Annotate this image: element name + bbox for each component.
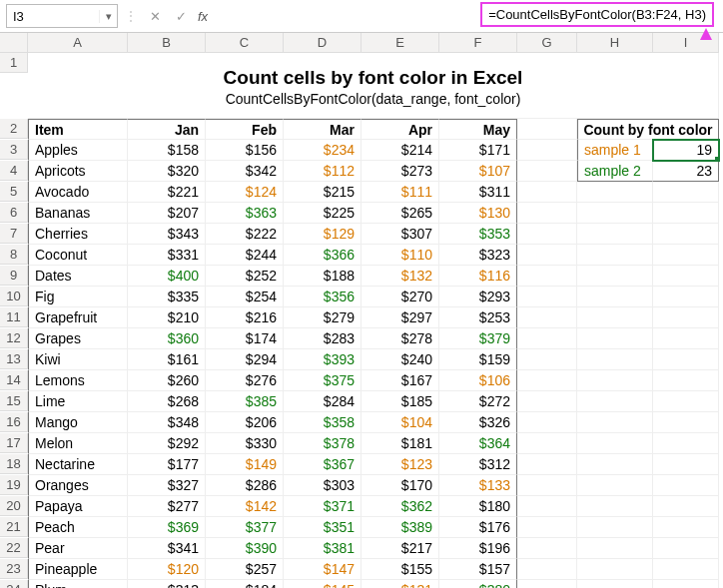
data-cell[interactable]: $181 [362, 433, 439, 454]
col-head-E[interactable]: E [362, 33, 439, 53]
data-cell[interactable]: $363 [206, 203, 284, 224]
sample-label[interactable]: sample 2 [577, 161, 653, 182]
data-cell[interactable]: $145 [284, 580, 362, 588]
cell-blank[interactable] [517, 266, 577, 287]
data-cell[interactable]: $260 [128, 370, 206, 391]
item-cell[interactable]: Lemons [28, 370, 128, 391]
data-cell[interactable]: $147 [284, 559, 362, 580]
data-cell[interactable]: $312 [439, 454, 517, 475]
data-cell[interactable]: $174 [206, 328, 284, 349]
data-cell[interactable]: $313 [128, 580, 206, 588]
data-cell[interactable]: $104 [362, 412, 439, 433]
row-head-15[interactable]: 15 [0, 391, 28, 411]
data-cell[interactable]: $206 [206, 412, 284, 433]
header-item[interactable]: Item [28, 119, 128, 140]
cell-blank[interactable] [517, 370, 577, 391]
col-head-F[interactable]: F [439, 33, 517, 53]
data-cell[interactable]: $297 [362, 307, 439, 328]
cell-blank[interactable] [517, 496, 577, 517]
cell-blank[interactable] [517, 287, 577, 307]
data-cell[interactable]: $335 [128, 287, 206, 307]
data-cell[interactable]: $156 [206, 140, 284, 161]
row-head-17[interactable]: 17 [0, 433, 28, 453]
data-cell[interactable]: $123 [362, 454, 439, 475]
cell-blank[interactable] [517, 433, 577, 454]
item-cell[interactable]: Melon [28, 433, 128, 454]
row-head-23[interactable]: 23 [0, 559, 28, 579]
item-cell[interactable]: Cherries [28, 224, 128, 245]
data-cell[interactable]: $112 [284, 161, 362, 182]
row-head-1[interactable]: 1 [0, 53, 28, 73]
cell-blank[interactable] [517, 412, 577, 433]
item-cell[interactable]: Pineapple [28, 559, 128, 580]
cell-blank[interactable] [653, 496, 719, 517]
data-cell[interactable]: $142 [206, 496, 284, 517]
data-cell[interactable]: $380 [439, 580, 517, 588]
data-cell[interactable]: $378 [284, 433, 362, 454]
item-cell[interactable]: Plum [28, 580, 128, 588]
row-head-18[interactable]: 18 [0, 454, 28, 474]
data-cell[interactable]: $210 [128, 307, 206, 328]
row-head-24[interactable]: 24 [0, 580, 28, 588]
col-head-D[interactable]: D [284, 33, 362, 53]
cell-blank[interactable] [577, 580, 653, 588]
data-cell[interactable]: $129 [284, 224, 362, 245]
count-value[interactable]: 19 [653, 140, 719, 161]
header-jan[interactable]: Jan [128, 119, 206, 140]
cell-blank[interactable] [653, 517, 719, 538]
item-cell[interactable]: Peach [28, 517, 128, 538]
cell-blank[interactable] [653, 328, 719, 349]
cell-blank[interactable] [577, 496, 653, 517]
data-cell[interactable]: $293 [439, 287, 517, 307]
data-cell[interactable]: $116 [439, 266, 517, 287]
data-cell[interactable]: $351 [284, 517, 362, 538]
item-cell[interactable]: Papaya [28, 496, 128, 517]
data-cell[interactable]: $276 [206, 370, 284, 391]
data-cell[interactable]: $284 [284, 391, 362, 412]
cell-blank[interactable] [653, 538, 719, 559]
data-cell[interactable]: $159 [439, 349, 517, 370]
row-head-11[interactable]: 11 [0, 307, 28, 327]
cell-blank[interactable] [517, 475, 577, 496]
cell-blank[interactable] [577, 307, 653, 328]
cell-blank[interactable] [517, 307, 577, 328]
col-head-H[interactable]: H [577, 33, 653, 53]
item-cell[interactable]: Apples [28, 140, 128, 161]
cell-blank[interactable] [653, 559, 719, 580]
data-cell[interactable]: $196 [439, 538, 517, 559]
data-cell[interactable]: $176 [439, 517, 517, 538]
data-cell[interactable]: $170 [362, 475, 439, 496]
cell-blank[interactable] [653, 580, 719, 588]
data-cell[interactable]: $323 [439, 245, 517, 266]
data-cell[interactable]: $294 [206, 349, 284, 370]
data-cell[interactable]: $110 [362, 245, 439, 266]
row-head-7[interactable]: 7 [0, 224, 28, 244]
cell-blank[interactable] [517, 391, 577, 412]
row-head-3[interactable]: 3 [0, 140, 28, 160]
data-cell[interactable]: $366 [284, 245, 362, 266]
row-head-6[interactable]: 6 [0, 203, 28, 223]
data-cell[interactable]: $389 [362, 517, 439, 538]
data-cell[interactable]: $244 [206, 245, 284, 266]
sample-label[interactable]: sample 1 [577, 140, 653, 161]
col-head-A[interactable]: A [28, 33, 128, 53]
data-cell[interactable]: $167 [362, 370, 439, 391]
cell-blank[interactable] [577, 266, 653, 287]
cell-blank[interactable] [577, 559, 653, 580]
cell-blank[interactable] [577, 454, 653, 475]
data-cell[interactable]: $132 [362, 266, 439, 287]
data-cell[interactable]: $385 [206, 391, 284, 412]
data-cell[interactable]: $216 [206, 307, 284, 328]
data-cell[interactable]: $278 [362, 328, 439, 349]
data-cell[interactable]: $158 [128, 140, 206, 161]
cell-blank[interactable] [517, 182, 577, 203]
data-cell[interactable]: $364 [439, 433, 517, 454]
row-head-9[interactable]: 9 [0, 266, 28, 286]
data-cell[interactable]: $292 [128, 433, 206, 454]
data-cell[interactable]: $360 [128, 328, 206, 349]
name-box[interactable]: I3 ▾ [6, 4, 118, 28]
cell-blank[interactable] [653, 224, 719, 245]
cell-blank[interactable] [653, 287, 719, 307]
select-all-corner[interactable] [0, 33, 28, 53]
data-cell[interactable]: $377 [206, 517, 284, 538]
